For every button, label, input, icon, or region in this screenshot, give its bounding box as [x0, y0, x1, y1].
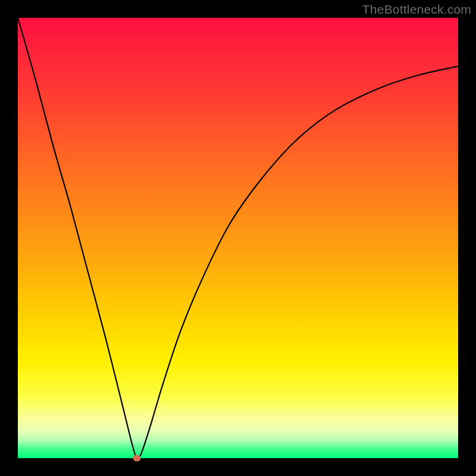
watermark-text: TheBottleneck.com	[362, 2, 471, 17]
bottleneck-curve	[18, 18, 458, 458]
plot-area	[18, 18, 458, 458]
minimum-marker	[133, 455, 140, 462]
chart-frame: TheBottleneck.com	[0, 0, 476, 476]
